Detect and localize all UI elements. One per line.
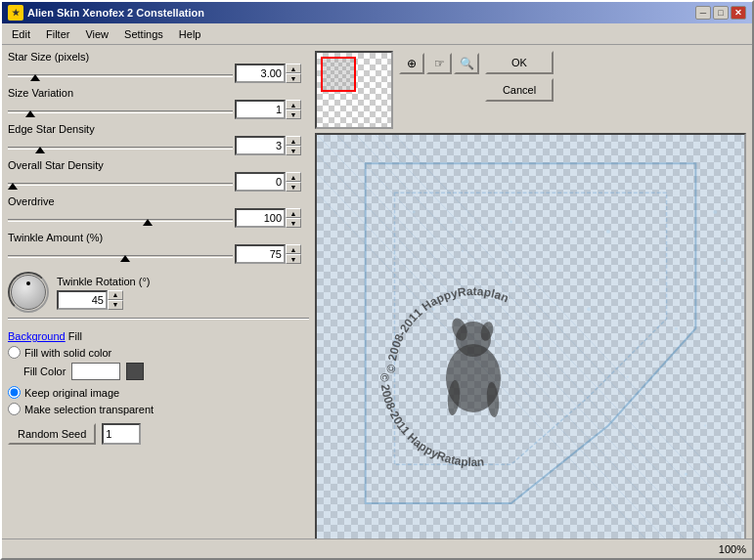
fill-text: Fill xyxy=(68,330,82,342)
overdrive-spinner: ▲ ▼ xyxy=(235,208,301,228)
size-variation-slider[interactable] xyxy=(8,102,233,117)
edge-star-density-input[interactable] xyxy=(235,136,286,155)
fill-color-dark-swatch[interactable] xyxy=(126,363,144,380)
menu-edit[interactable]: Edit xyxy=(6,26,36,42)
overall-star-density-spinner-buttons: ▲ ▼ xyxy=(286,172,301,192)
svg-point-14 xyxy=(558,270,560,272)
background-link[interactable]: Background xyxy=(8,330,66,342)
menu-settings[interactable]: Settings xyxy=(118,26,169,42)
preview-selection xyxy=(321,57,356,92)
overdrive-up[interactable]: ▲ xyxy=(286,208,301,218)
twinkle-amount-spinner: ▲ ▼ xyxy=(235,244,301,264)
twinkle-rotation-input[interactable] xyxy=(57,290,108,310)
svg-point-20 xyxy=(587,307,591,311)
twinkle-rotation-up[interactable]: ▲ xyxy=(108,290,123,300)
twinkle-amount-up[interactable]: ▲ xyxy=(286,244,301,254)
size-variation-row: Size Variation ▲ ▼ xyxy=(8,87,309,119)
preview-top-row: ⊕ ☞ 🔍 OK Cancel xyxy=(315,51,746,129)
overdrive-row: Overdrive ▲ ▼ xyxy=(8,195,309,228)
slider-line xyxy=(8,219,233,222)
size-variation-down[interactable]: ▼ xyxy=(286,109,301,119)
maximize-button[interactable]: □ xyxy=(713,6,729,20)
edge-star-density-up[interactable]: ▲ xyxy=(286,136,301,146)
twinkle-rotation-down[interactable]: ▼ xyxy=(108,300,123,310)
make-transparent-radio[interactable] xyxy=(8,403,21,415)
star-size-slider[interactable] xyxy=(8,65,233,81)
svg-point-23 xyxy=(704,425,706,427)
overdrive-down[interactable]: ▼ xyxy=(286,218,301,228)
right-panel: ⊕ ☞ 🔍 OK Cancel xyxy=(315,51,746,533)
star-size-up[interactable]: ▲ xyxy=(286,64,301,73)
left-panel: Star Size (pixels) ▲ ▼ xyxy=(8,51,309,533)
twinkle-amount-down[interactable]: ▼ xyxy=(286,254,301,264)
slider-thumb[interactable] xyxy=(143,219,153,226)
menu-filter[interactable]: Filter xyxy=(40,26,75,42)
star-size-input[interactable] xyxy=(235,64,286,83)
fill-solid-label: Fill with solid color xyxy=(24,347,111,359)
star-size-down[interactable]: ▼ xyxy=(286,73,301,83)
cancel-button[interactable]: Cancel xyxy=(485,78,554,102)
size-variation-label: Size Variation xyxy=(8,87,309,99)
overall-star-density-input[interactable] xyxy=(235,172,286,192)
main-window: ★ Alien Skin Xenofex 2 Constellation ─ □… xyxy=(0,0,754,560)
overall-star-density-down[interactable]: ▼ xyxy=(286,182,301,192)
close-button[interactable]: ✕ xyxy=(731,6,746,20)
hand-tool-button[interactable]: ☞ xyxy=(426,53,452,74)
overdrive-slider[interactable] xyxy=(8,210,233,226)
small-preview xyxy=(315,51,393,129)
fill-solid-radio[interactable] xyxy=(8,346,21,359)
slider-thumb[interactable] xyxy=(25,110,35,117)
menu-view[interactable]: View xyxy=(79,26,114,42)
svg-point-18 xyxy=(491,327,493,329)
svg-point-17 xyxy=(432,308,435,311)
move-tool-button[interactable]: ⊕ xyxy=(399,53,424,74)
overdrive-input[interactable] xyxy=(235,208,286,228)
overdrive-controls: ▲ ▼ xyxy=(8,208,309,228)
overall-star-density-slider[interactable] xyxy=(8,174,233,190)
fill-solid-row: Fill with solid color xyxy=(8,346,309,359)
random-seed-row: Random Seed xyxy=(8,423,309,445)
twinkle-amount-controls: ▲ ▼ xyxy=(8,244,309,264)
size-variation-input[interactable] xyxy=(235,100,286,119)
menu-help[interactable]: Help xyxy=(173,26,207,42)
overall-star-density-row: Overall Star Density ▲ ▼ xyxy=(8,159,309,192)
tool-buttons: ⊕ ☞ 🔍 xyxy=(399,53,479,74)
twinkle-rotation-spinner: ▲ ▼ xyxy=(57,290,151,310)
slider-thumb[interactable] xyxy=(8,183,18,190)
size-variation-up[interactable]: ▲ xyxy=(286,100,301,109)
twinkle-amount-slider[interactable] xyxy=(8,246,233,262)
large-preview[interactable]: © 2008-2011 HappyRataplan © 2008-2011 Ha… xyxy=(315,133,746,538)
random-seed-button[interactable]: Random Seed xyxy=(8,423,96,445)
minimize-button[interactable]: ─ xyxy=(695,6,711,20)
overall-star-density-spinner: ▲ ▼ xyxy=(235,172,301,192)
edge-star-density-row: Edge Star Density ▲ ▼ xyxy=(8,123,309,155)
zoom-tool-button[interactable]: 🔍 xyxy=(454,53,479,74)
twinkle-rotation-label: Twinkle Rotation (°) xyxy=(57,276,151,287)
app-icon: ★ xyxy=(8,5,23,21)
slider-thumb[interactable] xyxy=(35,147,45,153)
twinkle-amount-input[interactable] xyxy=(235,244,286,264)
edge-star-density-down[interactable]: ▼ xyxy=(286,146,301,155)
make-transparent-row: Make selection transparent xyxy=(8,403,309,415)
twinkle-amount-slider-area xyxy=(8,246,233,262)
edge-star-density-slider[interactable] xyxy=(8,138,233,153)
size-variation-controls: ▲ ▼ xyxy=(8,100,309,119)
overdrive-slider-area xyxy=(8,210,233,226)
size-variation-spinner: ▲ ▼ xyxy=(235,100,301,119)
title-bar-text: Alien Skin Xenofex 2 Constellation xyxy=(27,7,204,19)
random-seed-input[interactable] xyxy=(102,423,141,445)
star-size-controls: ▲ ▼ xyxy=(8,64,309,83)
ok-button[interactable]: OK xyxy=(485,51,554,74)
fill-color-swatch[interactable] xyxy=(71,363,120,380)
zoom-level: 100% xyxy=(719,543,746,555)
overall-star-density-up[interactable]: ▲ xyxy=(286,172,301,182)
twinkle-dial[interactable] xyxy=(8,272,49,313)
slider-thumb[interactable] xyxy=(120,255,130,262)
slider-thumb[interactable] xyxy=(30,74,40,81)
slider-line xyxy=(8,74,233,77)
keep-original-row: Keep original image xyxy=(8,386,309,399)
keep-original-radio[interactable] xyxy=(8,386,21,399)
twinkle-amount-label: Twinkle Amount (%) xyxy=(8,232,309,243)
title-bar-buttons: ─ □ ✕ xyxy=(695,6,746,20)
svg-point-26 xyxy=(713,210,717,214)
